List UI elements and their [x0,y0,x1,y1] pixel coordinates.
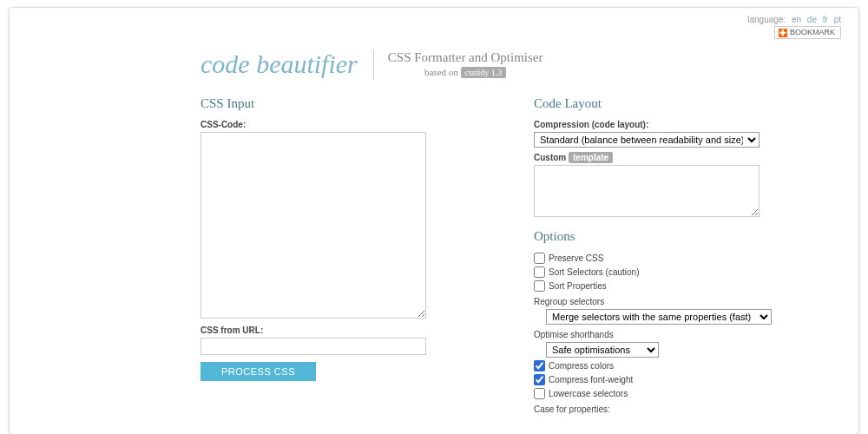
lang-de[interactable]: de [807,15,817,24]
process-css-button[interactable]: PROCESS CSS [201,362,316,381]
language-label: language: [747,15,786,24]
css-url-input[interactable] [201,338,426,355]
lowercase-selectors-checkbox[interactable] [534,388,545,399]
lang-pt[interactable]: pt [834,15,841,24]
code-layout-section: Code Layout Compression (code layout): S… [534,96,841,417]
css-input-title: CSS Input [201,96,508,111]
topbar: language: en de fr pt ✚BOOKMARK [27,15,841,41]
tagline-main: CSS Formatter and Optimiser [388,50,543,65]
lang-fr[interactable]: fr [823,15,828,24]
compression-select[interactable]: Standard (balance between readability an… [534,132,760,148]
template-link[interactable]: template [569,152,613,163]
preserve-css-label: Preserve CSS [549,253,603,263]
lang-en[interactable]: en [792,15,801,24]
preserve-css-checkbox[interactable] [534,253,545,264]
header: code beautifier CSS Formatter and Optimi… [201,49,841,79]
css-url-label: CSS from URL: [201,326,508,335]
sort-properties-label: Sort Properties [549,281,607,291]
lowercase-selectors-label: Lowercase selectors [549,389,628,398]
compress-fontweight-label: Compress font-weight [549,375,633,385]
tagline-sub: based on csstidy 1.3 [388,67,543,77]
custom-template-textarea[interactable] [534,165,760,217]
case-properties-label: Case for properties: [534,404,841,414]
sort-properties-checkbox[interactable] [534,280,545,292]
bookmark-icon: ✚ [779,29,787,37]
css-code-label: CSS-Code: [201,120,508,129]
sort-selectors-checkbox[interactable] [534,266,545,278]
compress-fontweight-checkbox[interactable] [534,374,545,385]
optimise-label: Optimise shorthands [534,330,841,339]
sort-selectors-label: Sort Selectors (caution) [549,267,640,277]
compression-label: Compression (code layout): [534,120,841,129]
regroup-label: Regroup selectors [534,297,841,306]
css-code-textarea[interactable] [201,132,426,319]
tagline: CSS Formatter and Optimiser based on css… [374,50,543,77]
code-layout-title: Code Layout [534,96,841,111]
css-input-section: CSS Input CSS-Code: CSS from URL: PROCES… [201,96,508,417]
compress-colors-checkbox[interactable] [534,360,545,372]
optimise-select[interactable]: Safe optimisations [546,342,659,358]
regroup-select[interactable]: Merge selectors with the same properties… [546,309,772,325]
bookmark-button[interactable]: ✚BOOKMARK [774,26,841,39]
compress-colors-label: Compress colors [549,361,614,371]
logo: code beautifier [201,49,374,79]
options-title: Options [534,229,841,244]
csstidy-link[interactable]: csstidy 1.3 [461,67,507,78]
custom-template-label: Custom template [534,153,841,162]
